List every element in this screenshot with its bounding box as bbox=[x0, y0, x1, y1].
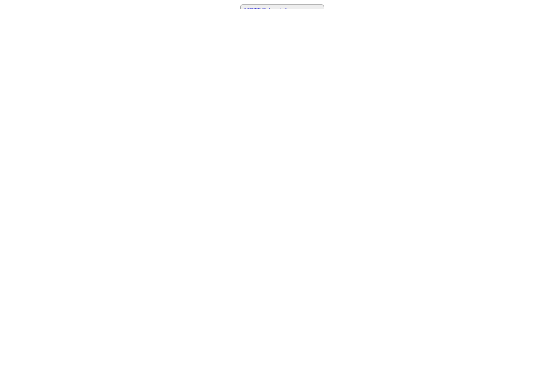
legend-subscription: MQTT Subscription bbox=[244, 7, 320, 9]
legend-box: MQTT Subscription Retained MQTT Publicat… bbox=[240, 4, 324, 9]
